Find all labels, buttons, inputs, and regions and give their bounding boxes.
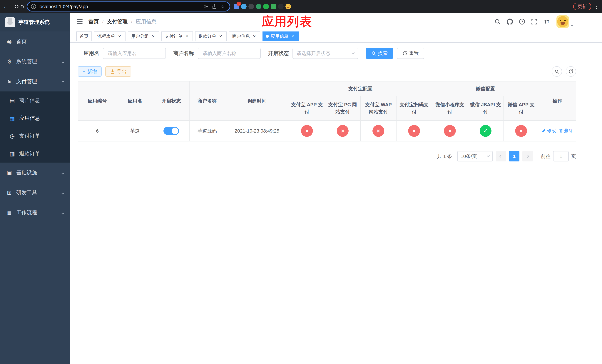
tab-process-form[interactable]: 流程表单 × (94, 32, 126, 41)
table-row: 6 芋道 芋道源码 2021-10-23 08:49:25 × × × × × … (78, 120, 576, 141)
browser-reload-icon[interactable] (14, 2, 19, 11)
sidebar-item-home[interactable]: ◉ 首页 (0, 32, 70, 52)
address-bar[interactable]: i localhost:1024/pay/app ☆ (27, 1, 230, 11)
close-icon[interactable]: × (218, 34, 223, 39)
extension-icon[interactable] (248, 4, 254, 9)
extension-icon[interactable] (278, 4, 284, 9)
sidebar-item-merchant-info[interactable]: ▤ 商户信息 (0, 91, 70, 109)
site-info-icon[interactable]: i (31, 4, 36, 9)
browser-home-icon[interactable] (20, 2, 25, 11)
dashboard-icon: ◉ (6, 38, 12, 45)
bookmark-star-icon[interactable]: ☆ (220, 4, 226, 10)
next-page-button[interactable] (522, 151, 533, 161)
github-icon[interactable] (506, 18, 514, 25)
tab-pay-order[interactable]: 支付订单 × (161, 32, 193, 41)
delete-link[interactable]: 删除 (559, 128, 573, 134)
page-content: 应用名 商户名称 开启状态 请选择开启状态 搜索 (70, 43, 602, 364)
font-size-icon[interactable]: TT (543, 18, 550, 25)
sidebar-item-system[interactable]: ⚙ 系统管理 (0, 52, 70, 72)
search-form: 应用名 商户名称 开启状态 请选择开启状态 搜索 (78, 48, 576, 59)
sidebar-item-pay-order[interactable]: ◷ 支付订单 (0, 127, 70, 145)
tab-label: 支付订单 (165, 33, 183, 39)
browser-forward-icon[interactable]: → (9, 2, 14, 11)
edit-link[interactable]: 修改 (542, 128, 556, 134)
pagination-total: 共 1 条 (437, 153, 452, 160)
cell-alipay-pc: × (325, 120, 360, 141)
reset-button[interactable]: 重置 (397, 48, 424, 59)
check-status-icon: ✓ (480, 125, 492, 137)
chrome-update-button[interactable]: 更新 (573, 3, 591, 10)
clock-icon: ◷ (9, 133, 15, 139)
share-icon[interactable] (211, 4, 217, 9)
browser-back-icon[interactable]: ← (3, 2, 8, 11)
prev-page-button[interactable] (496, 151, 506, 161)
sidebar-item-payment[interactable]: ¥ 支付管理 (0, 72, 70, 91)
extension-icon[interactable] (263, 4, 269, 9)
browser-menu-icon[interactable]: ⋮ (594, 3, 599, 10)
close-icon[interactable]: × (151, 34, 156, 39)
close-icon[interactable]: × (184, 34, 190, 39)
status-label: 开启状态 (268, 50, 289, 57)
refresh-icon[interactable] (566, 66, 576, 77)
fullscreen-icon[interactable] (531, 18, 538, 25)
header-search-icon[interactable] (494, 18, 501, 25)
table-toolbar-right (552, 66, 576, 77)
status-toggle[interactable] (163, 127, 179, 135)
help-question-icon[interactable]: ? (518, 18, 526, 25)
sidebar-item-devtools[interactable]: ⊞ 研发工具 (0, 182, 70, 203)
tab-home[interactable]: 首页 (76, 32, 92, 41)
breadcrumb-separator: / (131, 19, 133, 25)
page-number-button[interactable]: 1 (509, 151, 519, 161)
sidebar-fold-icon[interactable] (76, 18, 83, 25)
merchant-name-label: 商户名称 (173, 50, 194, 57)
extension-icon[interactable] (256, 4, 261, 9)
extension-icon[interactable] (271, 4, 276, 9)
breadcrumb-payment[interactable]: 支付管理 (107, 18, 128, 25)
close-icon[interactable]: × (290, 34, 295, 39)
tab-user-group[interactable]: 用户分组 × (128, 32, 159, 41)
col-header-app-id: 应用编号 (78, 81, 117, 120)
close-icon[interactable]: × (117, 34, 122, 39)
add-button[interactable]: + 新增 (78, 66, 102, 77)
edit-link-label: 修改 (547, 128, 556, 134)
toggle-search-icon[interactable] (552, 66, 562, 77)
app-name-input[interactable] (103, 48, 166, 59)
sidebar-item-infra[interactable]: ▣ 基础设施 (0, 162, 70, 182)
url-text: localhost:1024/pay/app (39, 4, 200, 10)
breadcrumb-home[interactable]: 首页 (88, 18, 99, 25)
close-icon[interactable]: × (252, 34, 257, 39)
app-name-label: 应用名 (84, 50, 99, 57)
pagination: 共 1 条 10条/页 1 前往 页 (78, 151, 576, 161)
sidebar-item-label: 支付管理 (16, 78, 37, 85)
password-key-icon[interactable] (203, 4, 209, 9)
tab-label: 用户分组 (131, 33, 149, 39)
col-header-actions: 操作 (539, 81, 576, 120)
cross-status-icon: × (408, 125, 420, 137)
profile-avatar-icon[interactable] (285, 4, 291, 9)
sidebar-item-workflow[interactable]: ≣ 工作流程 (0, 203, 70, 223)
merchant-name-input[interactable] (198, 48, 261, 59)
sidebar-item-label: 首页 (16, 38, 27, 45)
payment-submenu: ▤ 商户信息 ▦ 应用信息 ◷ 支付订单 ▥ 退款订单 (0, 91, 70, 162)
tab-app-info[interactable]: 应用信息 × (262, 32, 299, 41)
extension-icon[interactable]: 10 (234, 4, 239, 9)
cell-alipay-app: × (289, 120, 325, 141)
sidebar-item-refund-order[interactable]: ▥ 退款订单 (0, 145, 70, 162)
sidebar-menu: ◉ 首页 ⚙ 系统管理 ¥ 支付管理 ▤ 商户信息 (0, 32, 70, 223)
export-button[interactable]: 导出 (105, 66, 131, 77)
user-menu[interactable] (557, 15, 573, 28)
search-button[interactable]: 搜索 (366, 48, 393, 59)
sidebar-item-app-info[interactable]: ▦ 应用信息 (0, 109, 70, 127)
cross-status-icon: × (337, 125, 349, 137)
extension-icon[interactable] (241, 4, 247, 9)
status-select[interactable]: 请选择开启状态 (292, 48, 358, 59)
tab-refund-order[interactable]: 退款订单 × (195, 32, 226, 41)
cell-alipay-qr: × (396, 120, 432, 141)
app-logo-row[interactable]: 芋道管理系统 (0, 13, 70, 32)
col-header-wx-app: 微信 APP 支付 (503, 96, 539, 120)
goto-page-input[interactable] (553, 151, 569, 161)
chevron-left-icon (499, 155, 503, 158)
app-table: 应用编号 应用名 开启状态 商户名称 创建时间 支付宝配置 微信配置 操作 支付… (78, 81, 576, 141)
tab-merchant-info[interactable]: 商户信息 × (229, 32, 260, 41)
page-size-select[interactable]: 10条/页 (457, 151, 493, 161)
